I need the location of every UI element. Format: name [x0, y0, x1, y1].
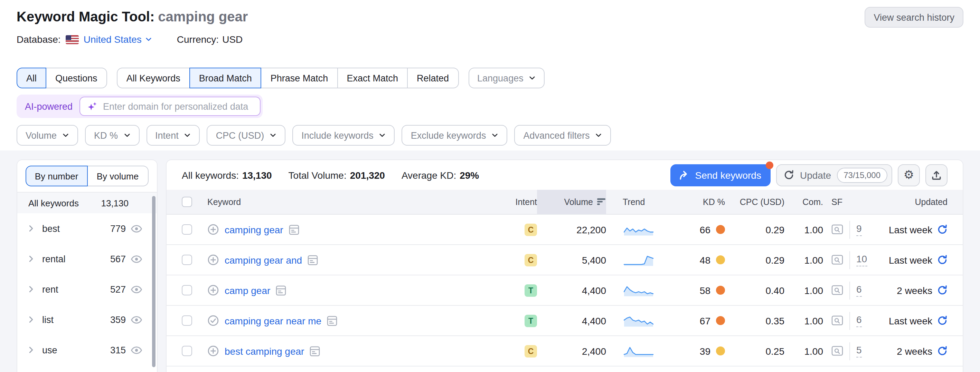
- tab-phrase-match[interactable]: Phrase Match: [261, 68, 338, 88]
- serp-preview-icon[interactable]: [831, 255, 843, 265]
- keyword-link[interactable]: camping gear near me: [224, 315, 321, 326]
- row-checkbox[interactable]: [182, 255, 192, 265]
- col-trend[interactable]: Trend: [606, 190, 673, 214]
- serp-preview-icon[interactable]: [831, 224, 843, 235]
- filter-volume[interactable]: Volume: [17, 125, 78, 146]
- row-checkbox[interactable]: [182, 285, 192, 295]
- serp-preview-icon[interactable]: [831, 315, 843, 326]
- keyword-link[interactable]: best camping gear: [224, 345, 304, 356]
- serp-features-icon[interactable]: [327, 315, 337, 326]
- sidebar-group-list[interactable]: list 359: [17, 304, 157, 335]
- group-count: 315: [110, 345, 126, 355]
- serp-preview-icon[interactable]: [831, 285, 843, 295]
- col-kd[interactable]: KD %: [673, 190, 725, 214]
- toggle-by-volume[interactable]: By volume: [87, 166, 149, 186]
- languages-dropdown[interactable]: Languages: [468, 68, 545, 88]
- tab-questions[interactable]: Questions: [46, 68, 107, 88]
- sf-value[interactable]: 9: [856, 223, 862, 236]
- eye-icon[interactable]: [130, 253, 142, 265]
- refresh-keyword-icon[interactable]: [937, 224, 948, 235]
- refresh-keyword-icon[interactable]: [937, 315, 948, 326]
- sidebar-group-rental[interactable]: rental 567: [17, 244, 157, 274]
- filter-include-keywords[interactable]: Include keywords: [292, 125, 395, 146]
- domain-input[interactable]: [103, 101, 253, 111]
- add-keyword-icon[interactable]: [207, 345, 219, 357]
- col-keyword[interactable]: Keyword: [207, 190, 504, 214]
- volume-cell: 4,400: [537, 315, 606, 326]
- updated-value: 2 weeks: [897, 285, 932, 296]
- serp-preview-icon[interactable]: [831, 346, 843, 356]
- sort-desc-icon: [597, 198, 606, 206]
- sidebar-group-rent[interactable]: rent 527: [17, 274, 157, 304]
- serp-features-icon[interactable]: [310, 345, 320, 356]
- sf-value[interactable]: 6: [856, 284, 862, 296]
- filter-exclude-keywords[interactable]: Exclude keywords: [402, 125, 508, 146]
- eye-icon[interactable]: [130, 223, 142, 234]
- add-keyword-icon[interactable]: [207, 254, 219, 266]
- database-select[interactable]: United States: [84, 34, 152, 45]
- filter-kd[interactable]: KD %: [85, 125, 139, 146]
- sort-toggle: By numberBy volume: [25, 166, 149, 186]
- filter-intent[interactable]: Intent: [146, 125, 200, 146]
- col-cpc[interactable]: CPC (USD): [725, 190, 784, 214]
- added-check-icon[interactable]: [207, 315, 219, 326]
- eye-icon[interactable]: [130, 283, 142, 295]
- match-tab-group: All KeywordsBroad MatchPhrase MatchExact…: [117, 68, 458, 88]
- chevron-down-icon: [379, 132, 386, 139]
- keyword-cell: camping gear near me: [207, 315, 504, 326]
- filter-advanced-filters[interactable]: Advanced filters: [514, 125, 611, 146]
- sidebar-item-all-keywords[interactable]: All keywords 13,130: [17, 193, 157, 213]
- col-com[interactable]: Com.: [784, 190, 823, 214]
- row-checkbox[interactable]: [182, 315, 192, 326]
- com-cell: 1.00: [784, 254, 823, 265]
- refresh-keyword-icon[interactable]: [937, 346, 948, 356]
- sidebar-group-best[interactable]: best 779: [17, 213, 157, 244]
- keyword-link[interactable]: camping gear and: [224, 254, 302, 265]
- sf-value[interactable]: 5: [856, 345, 862, 357]
- eye-icon[interactable]: [130, 314, 142, 325]
- settings-button[interactable]: ⚙: [898, 164, 920, 186]
- row-checkbox[interactable]: [182, 224, 192, 235]
- add-keyword-icon[interactable]: [207, 223, 219, 235]
- update-button[interactable]: Update 73/15,000: [776, 164, 892, 186]
- col-volume[interactable]: Volume: [537, 190, 606, 214]
- toggle-by-number[interactable]: By number: [25, 166, 88, 186]
- intent-cell: C: [504, 223, 537, 236]
- serp-features-icon[interactable]: [307, 254, 318, 265]
- tab-broad-match[interactable]: Broad Match: [189, 68, 262, 88]
- col-sf[interactable]: SF: [823, 190, 878, 214]
- updated-value: 2 weeks: [897, 345, 932, 356]
- sidebar-scrollbar[interactable]: [152, 196, 156, 367]
- refresh-keyword-icon[interactable]: [937, 285, 948, 295]
- col-intent[interactable]: Intent: [504, 190, 537, 214]
- refresh-keyword-icon[interactable]: [937, 255, 948, 265]
- tab-all[interactable]: All: [17, 68, 46, 88]
- col-updated[interactable]: Updated: [878, 190, 948, 214]
- group-label: rental: [42, 254, 110, 264]
- view-search-history-button[interactable]: View search history: [865, 7, 963, 28]
- sidebar-group-use[interactable]: use 315: [17, 335, 157, 365]
- keyword-link[interactable]: camp gear: [224, 285, 270, 296]
- select-all-checkbox[interactable]: [182, 197, 192, 207]
- row-select-cell: [182, 255, 207, 265]
- filter-cpc-usd[interactable]: CPC (USD): [207, 125, 286, 146]
- tab-exact-match[interactable]: Exact Match: [337, 68, 408, 88]
- table-row-camping-gear-and: camping gear and C 5,400 48 0.29 1.00 10…: [167, 245, 963, 275]
- tab-all-keywords[interactable]: All Keywords: [117, 68, 190, 88]
- serp-features-icon[interactable]: [289, 224, 299, 235]
- serp-features-icon[interactable]: [276, 285, 286, 296]
- table-header: Keyword Intent Volume Trend KD % CPC (US…: [167, 190, 963, 215]
- kd-cell: 67: [673, 315, 725, 326]
- send-keywords-button[interactable]: Send keywords: [670, 164, 771, 186]
- sf-value[interactable]: 6: [856, 314, 862, 327]
- group-count: 567: [110, 254, 126, 264]
- export-button[interactable]: [925, 164, 948, 186]
- keyword-link[interactable]: camping gear: [224, 224, 283, 235]
- sf-value[interactable]: 10: [856, 254, 867, 266]
- cpc-cell: 0.29: [725, 254, 784, 265]
- row-checkbox[interactable]: [182, 346, 192, 356]
- tab-related[interactable]: Related: [407, 68, 458, 88]
- kd-dot: [716, 316, 725, 325]
- eye-icon[interactable]: [130, 344, 142, 356]
- add-keyword-icon[interactable]: [207, 284, 219, 296]
